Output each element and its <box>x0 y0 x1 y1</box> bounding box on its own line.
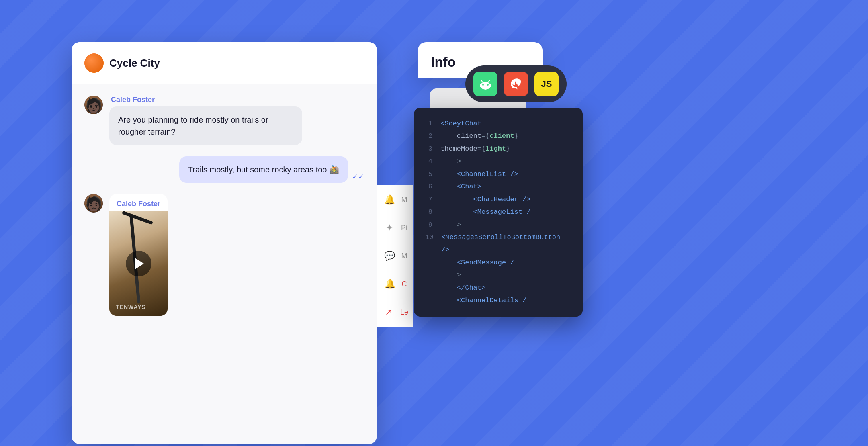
chat-body: Caleb Foster Are you planning to ride mo… <box>72 84 377 442</box>
code-content: <Chat> <box>440 180 481 193</box>
line-number: 2 <box>425 130 432 142</box>
notifications-icon: 🔔 <box>383 193 397 207</box>
line-number: 3 <box>425 143 432 155</box>
pinned-icon: ✦ <box>383 221 396 235</box>
code-content: <SceytChat <box>440 117 481 130</box>
code-line-12: > <box>425 269 571 281</box>
line-number: 6 <box>425 180 432 193</box>
line-number: 10 <box>425 231 433 256</box>
sender-name: Caleb Foster <box>111 96 302 104</box>
svg-point-2 <box>482 84 484 86</box>
svg-rect-7 <box>489 84 491 87</box>
message-bubble-own: Trails mostly, but some rocky areas too … <box>179 156 348 183</box>
message-content: Caleb Foster Are you planning to ride mo… <box>109 96 302 145</box>
sidebar-label: M <box>401 196 407 204</box>
code-content: </Chat> <box>440 282 485 294</box>
media-sender-name: Caleb Foster <box>109 194 168 211</box>
swift-badge[interactable] <box>504 72 528 96</box>
android-badge[interactable] <box>473 72 497 96</box>
svg-line-5 <box>489 80 490 82</box>
sidebar-label-leave: Le <box>400 308 408 317</box>
code-line-8: 8 <MessageList / <box>425 206 571 218</box>
line-number: 4 <box>425 155 432 168</box>
svg-rect-6 <box>480 84 481 87</box>
sidebar-label-active: C <box>402 280 407 288</box>
js-badge[interactable]: JS <box>534 72 559 96</box>
media-thumbnail[interactable]: TENWAYS <box>109 211 168 316</box>
line-number <box>425 282 432 294</box>
chat-header: Cycle City <box>72 42 377 84</box>
play-icon <box>135 258 144 269</box>
code-content: <SendMessage / <box>440 256 514 269</box>
line-number: 8 <box>425 206 432 218</box>
play-button[interactable] <box>126 251 151 276</box>
code-content: <ChannelDetails / <box>440 294 526 307</box>
messages-icon: 💬 <box>383 249 397 263</box>
js-label: JS <box>541 79 552 89</box>
code-content: <ChatHeader /> <box>440 193 530 206</box>
line-number: 5 <box>425 168 432 180</box>
line-number: 9 <box>425 219 432 231</box>
code-panel: 1 <SceytChat 2 client={client} 3 themeMo… <box>414 108 583 317</box>
code-content: themeMode={light} <box>440 143 510 155</box>
code-line-10: 10 <MessagesScrollToBottomButton /> <box>425 231 571 256</box>
svg-line-4 <box>481 80 482 82</box>
code-line-11: <SendMessage / <box>425 256 571 269</box>
svg-rect-1 <box>481 84 490 89</box>
read-receipt-icon: ✓✓ <box>352 172 364 181</box>
code-line-13: </Chat> <box>425 282 571 294</box>
code-line-7: 7 <ChatHeader /> <box>425 193 571 206</box>
code-line-5: 5 <ChannelList /> <box>425 168 571 180</box>
leave-icon: ↗ <box>382 305 395 319</box>
media-bubble: Caleb Foster TENWAYS <box>109 194 168 316</box>
media-brand-label: TENWAYS <box>116 304 146 310</box>
code-content: > <box>440 155 461 168</box>
message-row: Caleb Foster Are you planning to ride mo… <box>84 96 364 145</box>
android-icon <box>478 77 493 91</box>
line-number <box>425 294 432 307</box>
sidebar-item[interactable]: 🔔 M <box>383 193 407 207</box>
channel-avatar <box>84 53 104 73</box>
code-content: <ChannelList /> <box>440 168 518 180</box>
swift-icon <box>509 77 523 91</box>
sidebar-panel: 🔔 M ✦ Pi 💬 M 🔔 C ↗ Le <box>377 185 413 327</box>
message-content-own: Trails mostly, but some rocky areas too … <box>179 156 364 183</box>
message-row-own: Trails mostly, but some rocky areas too … <box>84 156 364 183</box>
code-line-6: 6 <Chat> <box>425 180 571 193</box>
code-line-14: <ChannelDetails / <box>425 294 571 307</box>
sidebar-label: M <box>401 252 407 260</box>
tech-badges-bar: JS <box>465 65 567 102</box>
code-line-9: 9 > <box>425 219 571 231</box>
sidebar-item-leave[interactable]: ↗ Le <box>382 305 408 319</box>
svg-point-3 <box>487 84 489 86</box>
line-number <box>425 256 432 269</box>
code-content: > <box>440 219 461 231</box>
sidebar-item-active[interactable]: 🔔 C <box>383 277 407 291</box>
message-bubble: Are you planning to ride mostly on trail… <box>109 106 302 145</box>
code-line-2: 2 client={client} <box>425 130 571 142</box>
chat-window: Cycle City Caleb Foster Are you planning… <box>72 42 377 444</box>
channel-title: Cycle City <box>109 57 160 70</box>
line-number: 1 <box>425 117 432 130</box>
line-number <box>425 269 432 281</box>
code-content: client={client} <box>440 130 518 142</box>
code-content: > <box>440 269 461 281</box>
sidebar-label: Pi <box>401 224 407 232</box>
code-line-1: 1 <SceytChat <box>425 117 571 130</box>
message-row-media: Caleb Foster TENWAYS <box>84 194 364 316</box>
code-line-4: 4 > <box>425 155 571 168</box>
line-number: 7 <box>425 193 432 206</box>
avatar <box>84 194 103 213</box>
code-content: <MessageList / <box>440 206 530 218</box>
avatar <box>84 96 103 114</box>
channel-icon: 🔔 <box>383 277 397 291</box>
sidebar-item[interactable]: 💬 M <box>383 249 407 263</box>
code-content: <MessagesScrollToBottomButton /> <box>441 231 571 256</box>
sidebar-item[interactable]: ✦ Pi <box>383 221 407 235</box>
code-line-3: 3 themeMode={light} <box>425 143 571 155</box>
